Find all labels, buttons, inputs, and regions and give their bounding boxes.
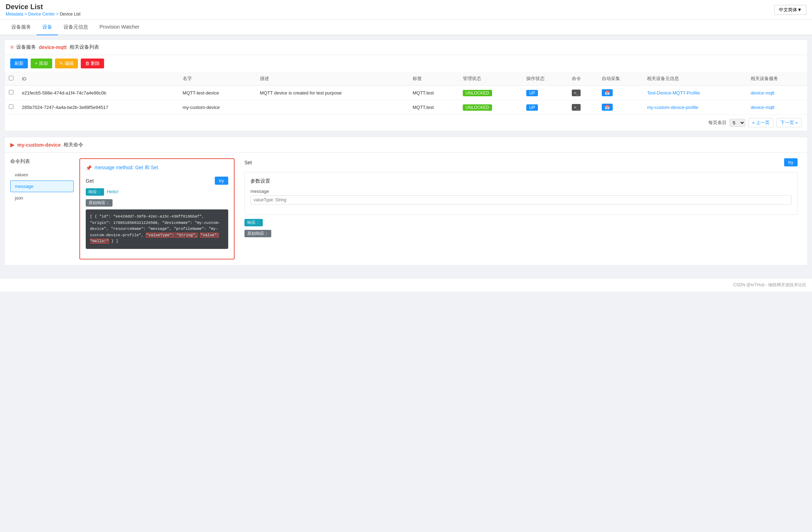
command-item-values[interactable]: values — [10, 169, 74, 181]
next-page-button[interactable]: 下一页 » — [776, 118, 802, 127]
section-prefix: 设备服务 — [16, 44, 36, 50]
set-response-badge: 响应： — [244, 219, 263, 226]
main-content: ≡ 设备服务 device-mqtt 相关设备列表 刷新 + 添加 ✎ 编辑 🗑… — [0, 39, 812, 275]
command-list-title: 命令列表 — [10, 158, 74, 165]
row2-profile-link[interactable]: my-custom-device-profile — [647, 105, 698, 110]
row1-profile-link[interactable]: Test-Device-MQTT-Profile — [647, 90, 700, 96]
param-message-label: message — [250, 189, 792, 194]
row2-cmd: >_ — [568, 100, 598, 115]
tabs-bar: 设备服务 设备 设备元信息 Provision Watcher — [0, 20, 812, 35]
lang-switch-button[interactable]: 中文简体▼ — [774, 5, 806, 15]
row2-id: 285b7024-7247-4a4a-be2b-3e89f5e94517 — [18, 100, 178, 115]
row2-cmd-button[interactable]: >_ — [572, 104, 581, 111]
set-try-button[interactable]: try — [784, 158, 798, 166]
row1-cmd-button[interactable]: >_ — [572, 90, 581, 96]
breadcrumb-device-center[interactable]: Device Center — [28, 12, 55, 17]
get-method-header: Get try — [86, 177, 228, 185]
command-device-name: my-custom-device — [17, 142, 61, 148]
device-list-header: ≡ 设备服务 device-mqtt 相关设备列表 — [5, 40, 807, 55]
row1-service: device-mqtt — [746, 86, 807, 100]
get-response-area: 响应： Hello! 原始响应： [ { "id": "ee428dd7-39f… — [86, 188, 228, 249]
tab-provision-watcher[interactable]: Provision Watcher — [94, 20, 145, 35]
table-row: e21fecb5-588e-474d-a1f4-74c7a4e88c0b MQT… — [5, 86, 807, 100]
edit-button[interactable]: ✎ 编辑 — [55, 59, 78, 68]
row1-tags: MQTT,test — [408, 86, 459, 100]
table-row: 285b7024-7247-4a4a-be2b-3e89f5e94517 my-… — [5, 100, 807, 115]
raw-response-row: 原始响应： — [86, 199, 228, 209]
param-message-input[interactable] — [250, 195, 792, 204]
th-auto-collect: 自动采集 — [598, 72, 643, 86]
tab-device[interactable]: 设备 — [37, 20, 58, 35]
th-tags: 标签 — [408, 72, 459, 86]
tab-device-service[interactable]: 设备服务 — [6, 20, 37, 35]
set-label: Set — [244, 160, 252, 165]
set-panel: Set try 参数设置 message 响应： 原始响应： — [240, 158, 802, 259]
command-section-card: ▶ my-custom-device 相关命令 命令列表 values mess… — [4, 137, 808, 265]
row1-auto: 📅 — [598, 86, 643, 100]
row2-checkbox[interactable] — [9, 104, 13, 109]
row1-profile: Test-Device-MQTT-Profile — [643, 86, 746, 100]
section-suffix: 相关设备列表 — [69, 44, 99, 50]
get-label: Get — [86, 178, 94, 184]
row2-auto: 📅 — [598, 100, 643, 115]
row2-desc — [256, 100, 408, 115]
response-badge: 响应： — [86, 188, 104, 196]
set-method-header: Set try — [244, 158, 798, 166]
command-item-message[interactable]: message — [10, 181, 74, 192]
device-table: ID 名字 描述 标签 管理状态 操作状态 命令 自动采集 相关设备元信息 相关… — [5, 72, 807, 115]
th-service: 相关设备服务 — [746, 72, 807, 86]
per-page-label: 每页条目 — [708, 120, 727, 126]
select-all-checkbox[interactable] — [9, 76, 13, 80]
row1-calendar-button[interactable]: 📅 — [602, 89, 613, 96]
th-cmd: 命令 — [568, 72, 598, 86]
row1-checkbox[interactable] — [9, 90, 13, 94]
set-response-area: 响应： 原始响应： — [244, 219, 798, 240]
breadcrumb-current: Device List — [60, 12, 80, 17]
response-label-row: 响应： Hello! — [86, 188, 228, 197]
get-try-button[interactable]: try — [215, 177, 228, 185]
refresh-button[interactable]: 刷新 — [10, 59, 28, 68]
row2-calendar-button[interactable]: 📅 — [602, 104, 613, 111]
service-name-highlight: device-mqtt — [39, 44, 67, 50]
add-button[interactable]: + 添加 — [31, 59, 52, 68]
th-admin-state: 管理状态 — [459, 72, 522, 86]
detail-title-text: message method: Get 和 Set — [95, 165, 158, 171]
tab-device-meta[interactable]: 设备元信息 — [58, 20, 94, 35]
command-detail-panel: 📌 message method: Get 和 Set Get try 响应： … — [79, 158, 235, 259]
prev-page-button[interactable]: « 上一页 — [748, 118, 774, 127]
params-title: 参数设置 — [250, 178, 792, 184]
table-header: ID 名字 描述 标签 管理状态 操作状态 命令 自动采集 相关设备元信息 相关… — [5, 72, 807, 86]
command-header: ▶ my-custom-device 相关命令 — [5, 137, 807, 153]
row2-op-state: UP — [522, 100, 568, 115]
row1-cmd: >_ — [568, 86, 598, 100]
delete-button[interactable]: 🗑 删除 — [81, 59, 104, 68]
th-desc: 描述 — [256, 72, 408, 86]
list-icon: ≡ — [10, 44, 13, 50]
json-block: [ { "id": "ee428dd7-39f0-42ec-a15c-430ff… — [86, 209, 228, 249]
th-name: 名字 — [178, 72, 256, 86]
command-item-json[interactable]: json — [10, 192, 74, 204]
pagination: 每页条目 5 10 20 « 上一页 下一页 » — [5, 115, 807, 131]
command-detail-title: 📌 message method: Get 和 Set — [86, 165, 228, 171]
row2-admin-state: UNLOCKED — [459, 100, 522, 115]
title-area: Device List Metadata > Device Center > D… — [6, 3, 80, 17]
breadcrumb-metadata[interactable]: Metadata — [6, 12, 23, 17]
param-message: message — [250, 189, 792, 204]
command-suffix: 相关命令 — [63, 142, 83, 148]
command-body: 命令列表 values message json 📌 message metho… — [5, 153, 807, 265]
command-list: 命令列表 values message json — [10, 158, 74, 259]
set-raw-response-badge: 原始响应： — [244, 230, 271, 237]
row1-op-state: UP — [522, 86, 568, 100]
breadcrumb: Metadata > Device Center > Device List — [6, 12, 80, 17]
per-page-select[interactable]: 5 10 20 — [729, 119, 745, 127]
command-icon: ▶ — [10, 141, 14, 148]
top-bar: Device List Metadata > Device Center > D… — [0, 0, 812, 20]
row2-service-link[interactable]: device-mqtt — [751, 105, 774, 110]
footer: CSDN @IoTHub - 物联网开源技术社区 — [0, 278, 812, 292]
footer-text: CSDN @IoTHub - 物联网开源技术社区 — [733, 282, 806, 287]
row2-tags: MQTT,test — [408, 100, 459, 115]
row1-service-link[interactable]: device-mqtt — [751, 90, 774, 96]
th-profile: 相关设备元信息 — [643, 72, 746, 86]
pin-icon: 📌 — [86, 165, 92, 171]
row2-name: my-custom-device — [178, 100, 256, 115]
